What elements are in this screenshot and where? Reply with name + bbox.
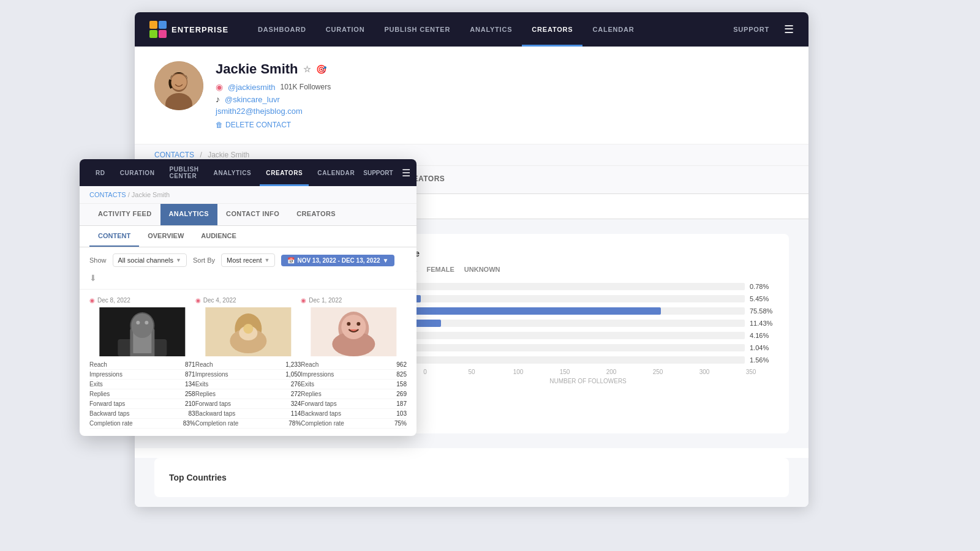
- overlay-menu-icon[interactable]: ☰: [402, 167, 410, 179]
- post-img-1: [89, 307, 195, 356]
- tiktok-handle[interactable]: @skincare_luvr: [225, 95, 280, 104]
- overlay-sub-tabs: CONTENT OVERVIEW AUDIENCE: [80, 226, 417, 247]
- bar-fill-25-34: [402, 307, 661, 315]
- svg-point-16: [136, 321, 140, 324]
- nav-dashboard[interactable]: DASHBOARD: [248, 12, 316, 47]
- support-link[interactable]: SUPPORT: [733, 26, 769, 33]
- main-nav: ENTERPRISE DASHBOARD CURATION PUBLISH CE…: [135, 12, 809, 47]
- overlay-nav-publish[interactable]: PUBLISH CENTER: [164, 159, 205, 186]
- age-bar-chart: 13-17 0.78% 18-24 5.45% 25-34: [375, 283, 774, 364]
- channel-chevron: ▼: [176, 257, 181, 263]
- bar-axis: 0 50 100 150 200 250 300 350: [375, 369, 774, 375]
- age-filter-unknown[interactable]: UNKNOWN: [464, 266, 500, 273]
- overlay-tab-activity[interactable]: ACTIVITY FEED: [89, 204, 160, 225]
- bar-row-35-44: 35-44 11.43%: [375, 320, 774, 327]
- bar-row-13-17: 13-17 0.78%: [375, 283, 774, 290]
- svg-rect-3: [159, 30, 167, 38]
- overlay-nav-creators[interactable]: CREATORS: [260, 159, 309, 186]
- insta-icon-1: ◉: [89, 297, 95, 304]
- overlay-tab-contact[interactable]: CONTACT INFO: [217, 204, 288, 225]
- insta-icon-2: ◉: [195, 297, 201, 304]
- breadcrumb-sep: /: [200, 151, 204, 159]
- post-stats-1: Reach871 Impressions871 Exits134 Replies…: [89, 360, 195, 429]
- svg-rect-0: [149, 21, 157, 29]
- bar-row-18-24: 18-24 5.45%: [375, 295, 774, 302]
- bar-row-45-54: 45-54 4.16%: [375, 332, 774, 339]
- age-filters: ALL MALE FEMALE UNKNOWN: [375, 266, 774, 273]
- top-countries-title: Top Countries: [169, 473, 774, 482]
- sort-filter[interactable]: Most recent ▼: [221, 253, 275, 267]
- overlay-breadcrumb-current: / Jackie Smith: [128, 191, 170, 198]
- delete-contact-button[interactable]: 🗑 DELETE CONTACT: [216, 121, 789, 129]
- svg-point-15: [131, 313, 153, 338]
- bar-row-65+: 65+ 1.56%: [375, 356, 774, 364]
- post-date-3: ◉ Dec 1, 2022: [301, 297, 407, 304]
- tiktok-social: ♪ @skincare_luvr: [216, 94, 789, 104]
- profile-info: Jackie Smith ☆ 🎯 ◉ @jackiesmith 101K Fol…: [216, 61, 789, 129]
- nav-analytics[interactable]: ANALYTICS: [460, 12, 522, 47]
- bar-row-55-64: 55-64 1.04%: [375, 344, 774, 351]
- overlay-breadcrumb-contacts[interactable]: CONTACTS: [89, 191, 126, 198]
- download-icon[interactable]: ⬇: [89, 273, 97, 283]
- profile-name: Jackie Smith ☆ 🎯: [216, 61, 789, 77]
- date-range-btn[interactable]: 📅 NOV 13, 2022 - DEC 13, 2022 ▼: [281, 255, 394, 266]
- bar-row-25-34: 25-34 75.58%: [375, 307, 774, 315]
- age-range-section: Age Range ALL MALE FEMALE UNKNOWN 13-17 …: [360, 234, 789, 433]
- svg-point-22: [243, 324, 253, 334]
- followers-count: 101K Followers: [281, 83, 331, 91]
- nav-curation[interactable]: CURATION: [316, 12, 375, 47]
- overlay-nav-curation[interactable]: CURATION: [114, 159, 161, 186]
- calendar-icon: 📅: [287, 257, 295, 264]
- overlay-breadcrumb: CONTACTS / Jackie Smith: [80, 186, 417, 204]
- post-stats-2: Reach1,233 Impressions1,050 Exits276 Rep…: [195, 360, 301, 429]
- sort-label: Sort By: [193, 257, 215, 264]
- insta-icon-3: ◉: [301, 297, 306, 304]
- trash-icon: 🗑: [216, 121, 223, 129]
- overlay-nav-calendar[interactable]: CALENDAR: [311, 159, 361, 186]
- nav-publish[interactable]: PUBLISH CENTER: [374, 12, 460, 47]
- age-range-title: Age Range: [375, 249, 774, 258]
- overlay-subtab-audience[interactable]: AUDIENCE: [192, 226, 244, 247]
- nav-calendar[interactable]: CALENDAR: [582, 12, 644, 47]
- overlay-tab-creators[interactable]: CREATORS: [288, 204, 344, 225]
- overlay-filters: Show All social channels ▼ Sort By Most …: [80, 247, 417, 290]
- svg-point-27: [347, 322, 351, 326]
- logo: ENTERPRISE: [149, 21, 228, 38]
- overlay-support[interactable]: SUPPORT: [363, 170, 393, 176]
- instagram-social: ◉ @jackiesmith 101K Followers: [216, 82, 789, 92]
- instagram-handle[interactable]: @jackiesmith: [228, 83, 276, 92]
- profile-email[interactable]: jsmith22@thejsblog.com: [216, 107, 789, 116]
- post-stats-3: Reach962 Impressions825 Exits158 Replies…: [301, 360, 407, 429]
- overlay-main-tabs: ACTIVITY FEED ANALYTICS CONTACT INFO CRE…: [80, 204, 417, 226]
- nav-items: DASHBOARD CURATION PUBLISH CENTER ANALYT…: [248, 12, 728, 47]
- post-img-2: [195, 307, 301, 356]
- breadcrumb-contacts[interactable]: CONTACTS: [154, 151, 194, 159]
- overlay-nav: RD CURATION PUBLISH CENTER ANALYTICS CRE…: [80, 159, 417, 186]
- channel-filter[interactable]: All social channels ▼: [113, 253, 187, 267]
- overlay-nav-rd[interactable]: RD: [89, 159, 111, 186]
- sort-chevron: ▼: [265, 257, 270, 263]
- post-date-2: ◉ Dec 4, 2022: [195, 297, 301, 304]
- post-col-2: ◉ Dec 4, 2022 Reach1,233 Impressions1,05…: [195, 297, 301, 429]
- breadcrumb-current: Jackie Smith: [208, 151, 249, 159]
- overlay-subtab-overview[interactable]: OVERVIEW: [139, 226, 192, 247]
- age-filter-female[interactable]: FEMALE: [427, 266, 454, 273]
- axis-title: NUMBER OF FOLLOWERS: [375, 378, 774, 384]
- date-chevron: ▼: [383, 257, 389, 264]
- svg-point-28: [357, 322, 361, 326]
- overlay-tab-analytics[interactable]: ANALYTICS: [160, 204, 218, 225]
- svg-point-7: [171, 74, 187, 90]
- avatar: [154, 61, 203, 110]
- tiktok-icon: ♪: [216, 94, 220, 104]
- menu-icon[interactable]: ☰: [784, 23, 794, 36]
- nav-creators[interactable]: CREATORS: [522, 12, 582, 47]
- overlay-nav-analytics[interactable]: ANALYTICS: [208, 159, 258, 186]
- svg-point-17: [145, 321, 148, 324]
- post-img-3: [301, 307, 407, 356]
- star-icon: ☆: [303, 64, 311, 74]
- post-col-1: ◉ Dec 8, 2022 Reach871 Impressi: [89, 297, 195, 429]
- overlay-subtab-content[interactable]: CONTENT: [89, 226, 139, 247]
- svg-rect-1: [159, 21, 167, 29]
- top-countries-wrapper: Top Countries: [135, 458, 809, 507]
- badge-icon: 🎯: [316, 64, 326, 74]
